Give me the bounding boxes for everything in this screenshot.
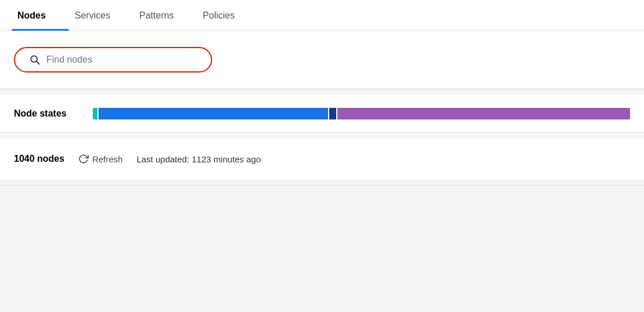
last-updated: Last updated: 1123 minutes ago — [137, 154, 261, 164]
nodes-count: 1040 nodes — [14, 154, 64, 164]
refresh-button[interactable]: Refresh — [74, 151, 128, 166]
refresh-label: Refresh — [92, 154, 123, 164]
refresh-icon — [78, 154, 89, 164]
tab-services[interactable]: Services — [69, 0, 133, 30]
search-wrapper[interactable] — [14, 47, 212, 72]
node-states-bar — [93, 108, 630, 119]
tab-nodes[interactable]: Nodes — [12, 0, 69, 30]
bar-dark-blue — [329, 108, 336, 119]
tab-patterns[interactable]: Patterns — [133, 0, 197, 30]
svg-line-1 — [37, 61, 39, 64]
tab-nodes-label: Nodes — [17, 10, 46, 20]
tab-policies[interactable]: Policies — [197, 0, 258, 30]
node-states-section: Node states — [0, 95, 644, 133]
bar-blue — [99, 108, 328, 119]
search-section — [0, 31, 644, 89]
tab-patterns-label: Patterns — [139, 10, 174, 20]
tab-services-label: Services — [75, 10, 110, 20]
nodes-footer-section: 1040 nodes Refresh Last updated: 1123 mi… — [0, 139, 644, 179]
bar-teal — [93, 108, 97, 119]
bar-purple — [337, 108, 630, 119]
bottom-divider — [0, 185, 644, 186]
search-input[interactable] — [46, 55, 197, 65]
tab-policies-label: Policies — [203, 10, 235, 20]
tabs-bar: Nodes Services Patterns Policies — [0, 0, 644, 31]
search-icon — [29, 54, 41, 66]
node-states-label: Node states — [14, 108, 83, 119]
